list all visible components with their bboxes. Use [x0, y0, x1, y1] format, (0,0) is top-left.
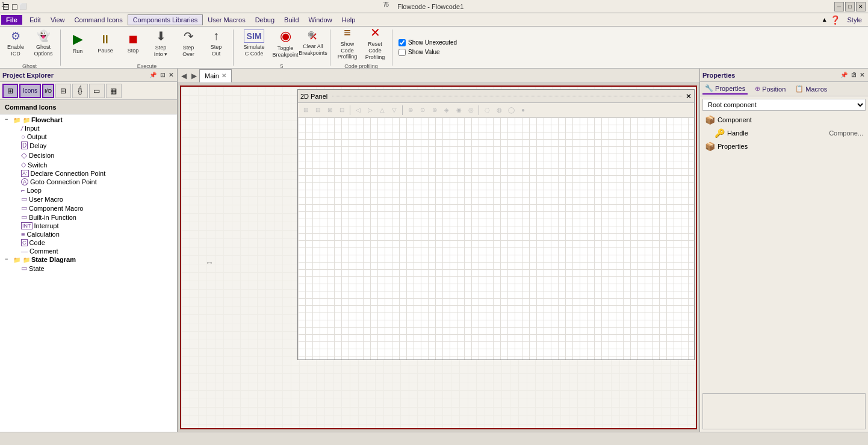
panel-close-button[interactable]: ✕ — [167, 72, 175, 78]
p2d-btn-3[interactable]: ⊠ — [324, 105, 335, 116]
p2d-btn-7[interactable]: △ — [377, 105, 388, 116]
tab-macros[interactable]: 📋 Macros — [793, 84, 829, 94]
panel-float-button[interactable]: ⊡ — [159, 72, 166, 78]
help-icon[interactable]: ❓ — [830, 15, 840, 25]
menu-debug[interactable]: Debug — [250, 15, 279, 25]
p2d-btn-4[interactable]: ⊡ — [336, 105, 347, 116]
props-component-item[interactable]: 📦 Component — [702, 113, 866, 126]
props-close-button[interactable]: ✕ — [858, 72, 866, 78]
stop-button[interactable]: ⏹ Stop — [120, 26, 146, 61]
menu-window[interactable]: Window — [304, 15, 337, 25]
tree-item-input[interactable]: / Input — [1, 124, 176, 132]
flowchart-expand[interactable]: − — [5, 116, 12, 123]
tree-item-decision[interactable]: ◇ Decision — [1, 150, 176, 160]
menu-style[interactable]: Style — [843, 15, 867, 25]
p2d-btn-5[interactable]: ◁ — [353, 105, 364, 116]
p2d-btn-15[interactable]: ◌ — [482, 105, 492, 116]
tree-item-calculation[interactable]: ≡ Calculation — [1, 230, 176, 238]
show-unexecuted-label: Show Unexecuted — [408, 39, 457, 46]
show-code-profiling-button[interactable]: ≡ Show CodeProfiling — [334, 26, 361, 61]
toggle-breakpoint-button[interactable]: ◉ ToggleBreakpoint — [272, 26, 299, 61]
tab-main-close[interactable]: ✕ — [222, 72, 226, 79]
tab-properties[interactable]: 🔧 Properties — [702, 83, 748, 95]
show-unexecuted-checkbox[interactable] — [398, 39, 406, 46]
props-pin-button[interactable]: 📌 — [839, 72, 849, 78]
p2d-btn-1[interactable]: ⊞ — [300, 105, 311, 116]
p2d-btn-10[interactable]: ⊙ — [417, 105, 428, 116]
props-handle-item[interactable]: 🔑 Handle Compone... — [702, 126, 866, 140]
statediagram-expand[interactable]: − — [5, 256, 12, 263]
up-arrow-icon[interactable]: ▲ — [822, 16, 828, 23]
panel-2d-close-button[interactable]: ✕ — [686, 92, 692, 101]
project-tree[interactable]: − 📁 📁 Flowchart / Input ○ Output — [0, 114, 177, 432]
menu-command-icons[interactable]: Command Icons — [70, 15, 128, 25]
menu-components-libraries[interactable]: Components Libraries — [128, 14, 203, 25]
tree-item-builtin[interactable]: ▭ Built-in Function — [1, 213, 176, 222]
tree-item-state-diagram[interactable]: − 📁 📁 State Diagram — [1, 255, 176, 264]
step-over-button[interactable]: ↷ StepOver — [175, 26, 202, 61]
io-button[interactable]: I/O — [42, 84, 54, 98]
p2d-btn-2[interactable]: ⊟ — [312, 105, 323, 116]
icons-label-button[interactable]: Icons — [19, 84, 41, 98]
file-menu[interactable]: File — [1, 15, 22, 25]
code-label: Code — [29, 239, 45, 246]
panel-pin-button[interactable]: 📌 — [148, 72, 158, 78]
tab-main[interactable]: Main ✕ — [199, 69, 232, 82]
simulate-c-code-button[interactable]: SIM SimulateC Code — [237, 26, 271, 61]
clear-all-breakpoints-button[interactable]: ✕◉ Clear AllBreakpoints — [300, 26, 326, 61]
p2d-btn-11[interactable]: ⊚ — [429, 105, 440, 116]
p2d-btn-9[interactable]: ⊛ — [405, 105, 416, 116]
menu-view[interactable]: View — [46, 15, 70, 25]
tab-prev-button[interactable]: ◀ — [179, 72, 189, 80]
enable-icd-icon: ⚙ — [11, 30, 20, 43]
maximize-button[interactable]: □ — [845, 2, 855, 11]
tree-item-code[interactable]: C Code — [1, 238, 176, 247]
props-properties-item[interactable]: 📦 Properties — [702, 140, 866, 153]
braces-icon-button[interactable]: {} — [72, 84, 88, 98]
p2d-btn-6[interactable]: ▷ — [365, 105, 376, 116]
tree-item-loop[interactable]: ⌐ Loop — [1, 186, 176, 194]
grid2-icon-button[interactable]: ▦ — [106, 84, 122, 98]
root-component-select[interactable]: Root component — [702, 99, 866, 111]
grid-icon-button[interactable]: ⊞ — [2, 84, 18, 98]
p2d-btn-8[interactable]: ▽ — [389, 105, 400, 116]
tree-item-switch[interactable]: ◇ Switch — [1, 160, 176, 169]
tree-item-state[interactable]: ▭ State — [1, 264, 176, 273]
tree-item-component-macro[interactable]: ▭ Component Macro — [1, 204, 176, 213]
menu-user-macros[interactable]: User Macros — [203, 15, 250, 25]
tree-item-declare-cp[interactable]: A: Declare Connection Point — [1, 169, 176, 178]
tab-position[interactable]: ⊕ Position — [752, 84, 788, 94]
enable-icd-button[interactable]: ⚙ EnableICD — [2, 26, 29, 61]
box-icon-button[interactable]: ⊟ — [55, 84, 71, 98]
tree-item-comment[interactable]: — Comment — [1, 247, 176, 255]
run-button[interactable]: ▶ Run — [64, 26, 91, 61]
tree-item-interrupt[interactable]: INT Interrupt — [1, 222, 176, 230]
p2d-btn-13[interactable]: ◉ — [453, 105, 464, 116]
tree-item-user-macro[interactable]: ▭ User Macro — [1, 194, 176, 204]
p2d-btn-12[interactable]: ◈ — [441, 105, 452, 116]
close-button[interactable]: ✕ — [856, 2, 866, 11]
rect-icon-button[interactable]: ▭ — [89, 84, 105, 98]
p2d-btn-17[interactable]: ◯ — [506, 105, 516, 116]
p2d-btn-14[interactable]: ◎ — [465, 105, 476, 116]
minimize-button[interactable]: ─ — [834, 2, 844, 11]
menu-help[interactable]: Help — [337, 15, 361, 25]
tree-item-delay[interactable]: D Delay — [1, 141, 176, 150]
show-value-checkbox[interactable] — [398, 49, 406, 56]
tree-item-output[interactable]: ○ Output — [1, 132, 176, 141]
tab-main-label: Main — [205, 72, 219, 79]
menu-build[interactable]: Build — [279, 15, 303, 25]
handle-icon: 🔑 — [715, 128, 725, 138]
tab-next-button[interactable]: ▶ — [189, 72, 199, 80]
ghost-options-button[interactable]: 👻 GhostOptions — [30, 26, 57, 61]
menu-edit[interactable]: Edit — [25, 15, 46, 25]
step-out-button[interactable]: ↑ StepOut — [203, 26, 229, 61]
tree-item-goto-cp[interactable]: A Goto Connection Point — [1, 178, 176, 186]
reset-code-profiling-button[interactable]: ✕ Reset CodeProfiling — [362, 26, 388, 61]
step-into-button[interactable]: ⬇ StepInto ▾ — [147, 26, 174, 61]
pause-button[interactable]: ⏸ Pause — [92, 26, 119, 61]
p2d-btn-16[interactable]: ◍ — [494, 105, 504, 116]
tree-item-flowchart[interactable]: − 📁 📁 Flowchart — [1, 116, 176, 124]
declare-icon: A: — [21, 170, 29, 177]
p2d-btn-18[interactable]: ● — [518, 105, 529, 116]
